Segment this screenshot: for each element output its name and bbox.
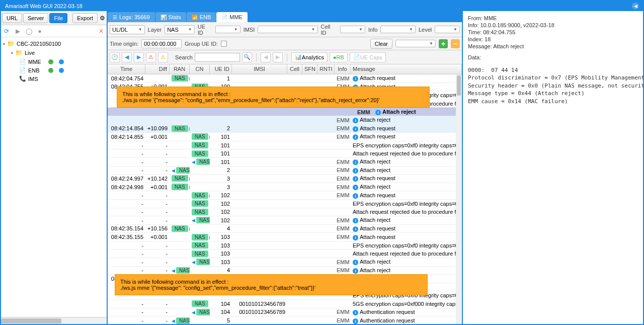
prev2-icon[interactable]: ◀	[261, 52, 271, 62]
next-icon[interactable]: ▶	[134, 52, 144, 62]
cellid-select[interactable]: ▼	[340, 26, 365, 33]
table-row[interactable]: 08:42:24.997+10.142NAS▶3EMMiAttach reque…	[108, 175, 462, 183]
layer-label: Layer	[148, 27, 162, 33]
th-cn[interactable]: CN	[190, 64, 210, 74]
gear-icon[interactable]: ⚙	[99, 15, 106, 22]
play-icon[interactable]: ▶	[14, 28, 21, 35]
filter-select[interactable]: ▼	[395, 40, 436, 47]
warning2-icon[interactable]: ⚠	[158, 52, 168, 62]
remove-button[interactable]: −	[451, 39, 460, 48]
tree-item-mme[interactable]: 📄MME	[1, 57, 107, 66]
tree-item-enb[interactable]: 📄ENB	[1, 66, 107, 74]
scope-icon[interactable]: 🔍	[242, 52, 252, 62]
note-1: This is while following command is in ef…	[117, 87, 430, 108]
uecaps-button: 📄 UE Caps	[350, 52, 386, 62]
th-sfn[interactable]: SFN	[302, 64, 317, 74]
export-button[interactable]: Export	[72, 13, 98, 23]
layer-select[interactable]: NAS▼	[165, 25, 195, 34]
table-row[interactable]: --NAS103Attach request rejected due to p…	[108, 250, 462, 258]
th-cell[interactable]: Cell	[287, 64, 302, 74]
groupue-checkbox[interactable]	[221, 41, 227, 47]
detail-info: Info: 10.0.0.185:9000, v2022-03-18	[468, 22, 638, 28]
filter-bar-2: Time origin: 00:00:00.000 Group UE ID: C…	[108, 37, 462, 50]
imsi-label: IMSI	[244, 27, 255, 33]
close-icon[interactable]: ✕	[98, 28, 105, 35]
note-2: This is while following command is in ef…	[115, 274, 428, 295]
tab-logs[interactable]: ☰Logs: 35669	[108, 12, 155, 22]
table-header: Time Diff RAN CN UE ID IMSI Cell SFN RNT…	[108, 64, 462, 74]
circle-icon[interactable]: ◯	[25, 28, 32, 35]
table-row[interactable]: --NAS103EPS encryption caps=0xf0 integri…	[108, 241, 462, 250]
th-ran[interactable]: RAN	[170, 64, 190, 74]
add-button[interactable]: +	[439, 39, 448, 48]
detail-index: Index: 18	[468, 36, 638, 42]
th-ueid[interactable]: UE ID	[210, 64, 232, 74]
app-title: Amarisoft Web GUI 2022-03-18	[5, 3, 83, 9]
url-button[interactable]: URL	[2, 13, 22, 23]
table-row[interactable]: EMMiAttach reject	[108, 116, 462, 125]
rb-icon[interactable]: ● RB	[330, 52, 348, 62]
th-msg[interactable]: Message	[351, 64, 462, 74]
warning-icon[interactable]: ⚠	[146, 52, 156, 62]
th-info[interactable]: Info	[335, 64, 351, 74]
ueid-select[interactable]: ▼	[215, 26, 240, 33]
table-row[interactable]: 08:42:14.855+0.001NAS▶101EMMiAttach requ…	[108, 133, 462, 141]
table-row[interactable]: --◀NAS103EMMiAttach reject	[108, 258, 462, 267]
refresh-icon[interactable]: ⟳	[3, 28, 10, 35]
th-imsi[interactable]: IMSI	[232, 64, 287, 74]
table-row[interactable]: --◀NAS104001010123456789EMMiAuthenticati…	[108, 308, 462, 317]
level-label: Level	[419, 27, 432, 33]
timeorigin-input[interactable]: 00:00:00.000	[141, 39, 182, 48]
clear-button[interactable]: Clear	[370, 39, 392, 49]
cellid-label: Cell ID	[321, 24, 338, 36]
imsi-select[interactable]: ▼	[258, 26, 317, 33]
table-row[interactable]: 08:42:35.154+10.156NAS▶4EMMiAttach reque…	[108, 225, 462, 233]
table-row[interactable]: --NAS1040010101234567895GS encryption ca…	[108, 300, 462, 308]
uldl-select[interactable]: UL/DL▼	[110, 25, 145, 34]
table-row[interactable]: --◀NAS2EMMiAttach reject	[108, 167, 462, 175]
th-diff[interactable]: Diff	[145, 64, 170, 74]
prev-icon[interactable]: ◀	[122, 52, 132, 62]
tab-stats[interactable]: 📊Stats	[155, 12, 186, 22]
tree-item-ims[interactable]: 📞IMS	[1, 74, 107, 83]
tabs: ☰Logs: 35669 📊Stats 📶ENB 📄MME	[108, 11, 462, 22]
table-row[interactable]: --◀NAS5EMMiAuthentication request	[108, 316, 462, 324]
table-row[interactable]: --◀NAS102EMMiAttach reject	[108, 216, 462, 225]
detail-from: From: MME	[468, 15, 638, 21]
table-row[interactable]: 08:42:14.854+10.099NAS▶2EMMiAttach reque…	[108, 125, 462, 133]
vscrollbar[interactable]	[456, 74, 462, 324]
table-row[interactable]: 08:42:35.155+0.001NAS▶103EMMiAttach requ…	[108, 233, 462, 241]
tab-enb[interactable]: 📶ENB	[187, 12, 216, 22]
table-row[interactable]: EMMiAttach reject	[108, 108, 462, 116]
table-row[interactable]: --NAS101Attach request rejected due to p…	[108, 149, 462, 158]
th-rnti[interactable]: RNTI	[317, 64, 335, 74]
table-row[interactable]: --NAS102EPS encryption caps=0xf0 integri…	[108, 200, 462, 208]
tree-live[interactable]: ▾📁Live	[1, 48, 107, 57]
file-button[interactable]: File	[49, 13, 67, 23]
analytics-icon[interactable]: 📊 Analytics	[291, 52, 328, 62]
table-row[interactable]: --◀NAS4EMMiAttach reject	[108, 267, 462, 275]
table-row[interactable]: 08:42:04.754NAS▶1EMMiAttach request	[108, 74, 462, 83]
hscrollbar[interactable]	[1, 317, 107, 324]
next2-icon[interactable]: ▶	[273, 52, 283, 62]
th-time[interactable]: Time	[108, 64, 145, 74]
detail-data-label: Data:	[468, 54, 638, 60]
table-row[interactable]: --NAS▶102EMMiAttach request	[108, 191, 462, 200]
tree: ▾📁CBC-2021050100 ▾📁Live 📄MME 📄ENB 📞IMS	[1, 37, 107, 317]
server-button[interactable]: Server	[23, 13, 48, 23]
info-label: Info	[368, 27, 377, 33]
table-row[interactable]: --NAS102Attach request rejected due to p…	[108, 208, 462, 217]
table-row[interactable]: --NAS101EPS encryption caps=0xf0 integri…	[108, 141, 462, 150]
tab-mme[interactable]: 📄MME	[216, 12, 248, 22]
level-select[interactable]: ▼	[435, 26, 460, 33]
table-row[interactable]: 08:42:24.998+0.001NAS▶3EMMiAttach reject	[108, 183, 462, 192]
collapse-icon[interactable]: ◀	[632, 3, 639, 10]
table-row[interactable]: --◀NAS101EMMiAttach reject	[108, 158, 462, 167]
clock-icon[interactable]: 🕐	[110, 52, 120, 62]
titlebar: Amarisoft Web GUI 2022-03-18 ◀	[1, 1, 643, 11]
info-select[interactable]: ▼	[380, 26, 416, 33]
search-input[interactable]	[195, 53, 240, 62]
tree-root[interactable]: ▾📁CBC-2021050100	[1, 39, 107, 48]
filter-bar: UL/DL▼ Layer NAS▼ UE ID ▼ IMSI ▼ Cell ID…	[108, 22, 462, 37]
dot-icon[interactable]: ●	[36, 28, 43, 35]
